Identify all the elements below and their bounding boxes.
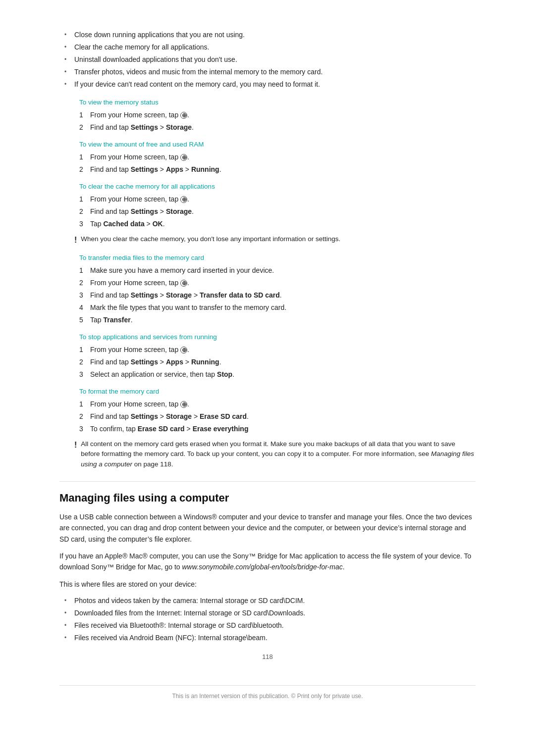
bullet-item: Close down running applications that you… <box>64 30 476 40</box>
step: 1 From your Home screen, tap ⊕. <box>79 110 476 120</box>
step: 1 From your Home screen, tap ⊕. <box>79 345 476 355</box>
section-format-card: To format the memory card 1 From your Ho… <box>59 388 476 469</box>
step: 4 Mark the file types that you want to t… <box>79 302 476 313</box>
warning-note: ! All content on the memory card gets er… <box>59 439 476 469</box>
section-view-ram: To view the amount of free and used RAM … <box>59 141 476 175</box>
bullet-item: Clear the cache memory for all applicati… <box>64 42 476 52</box>
body-paragraph: Use a USB cable connection between a Win… <box>59 511 476 545</box>
storage-bullet: Photos and videos taken by the camera: I… <box>64 596 476 606</box>
bullet-item: Uninstall downloaded applications that y… <box>64 54 476 65</box>
step: 2 Find and tap Settings > Apps > Running… <box>79 164 476 175</box>
step: 2 Find and tap Settings > Storage > Eras… <box>79 411 476 422</box>
section-heading: To view the amount of free and used RAM <box>59 141 476 148</box>
step: 2 Find and tap Settings > Apps > Running… <box>79 357 476 367</box>
steps-list: 1 From your Home screen, tap ⊕. 2 Find a… <box>59 345 476 380</box>
storage-bullet: Downloaded files from the Internet: Inte… <box>64 608 476 618</box>
step: 1 From your Home screen, tap ⊕. <box>79 152 476 162</box>
warning-text: When you clear the cache memory, you don… <box>81 234 340 244</box>
body-paragraph: If you have an Apple® Mac® computer, you… <box>59 551 476 573</box>
steps-list: 1 From your Home screen, tap ⊕. 2 Find a… <box>59 152 476 175</box>
section-clear-cache: To clear the cache memory for all applic… <box>59 183 476 246</box>
storage-bullet: Files received via Bluetooth®: Internal … <box>64 620 476 631</box>
section-transfer-media: To transfer media files to the memory ca… <box>59 254 476 325</box>
intro-bullet-list: Close down running applications that you… <box>59 30 476 90</box>
body-paragraph: This is where files are stored on your d… <box>59 579 476 590</box>
steps-list: 1 From your Home screen, tap ⊕. 2 Find a… <box>59 194 476 229</box>
section-heading: To stop applications and services from r… <box>59 333 476 341</box>
step: 3 Select an application or service, then… <box>79 369 476 380</box>
section-heading: To clear the cache memory for all applic… <box>59 183 476 190</box>
step: 3 Find and tap Settings > Storage > Tran… <box>79 290 476 301</box>
footer-text: This is an Internet version of this publ… <box>59 685 476 700</box>
section-view-memory-status: To view the memory status 1 From your Ho… <box>59 99 476 133</box>
page-content: Close down running applications that you… <box>0 0 535 739</box>
warning-icon: ! <box>74 439 77 451</box>
page-number: 118 <box>59 653 476 660</box>
bullet-item: If your device can't read content on the… <box>64 79 476 90</box>
step: 1 From your Home screen, tap ⊕. <box>79 194 476 204</box>
step: 5 Tap Transfer. <box>79 315 476 325</box>
steps-list: 1 From your Home screen, tap ⊕. 2 Find a… <box>59 110 476 133</box>
step: 3 To confirm, tap Erase SD card > Erase … <box>79 424 476 434</box>
section-stop-apps: To stop applications and services from r… <box>59 333 476 380</box>
steps-list: 1 Make sure you have a memory card inser… <box>59 265 476 325</box>
bullet-item: Transfer photos, videos and music from t… <box>64 67 476 77</box>
steps-list: 1 From your Home screen, tap ⊕. 2 Find a… <box>59 399 476 434</box>
storage-location-list: Photos and videos taken by the camera: I… <box>59 596 476 643</box>
warning-text: All content on the memory card gets eras… <box>81 439 476 469</box>
step: 2 Find and tap Settings > Storage. <box>79 206 476 217</box>
section-heading: To transfer media files to the memory ca… <box>59 254 476 261</box>
storage-bullet: Files received via Android Beam (NFC): I… <box>64 633 476 643</box>
step: 1 From your Home screen, tap ⊕. <box>79 399 476 409</box>
section-divider <box>59 481 476 482</box>
step: 2 From your Home screen, tap ⊕. <box>79 278 476 288</box>
step: 2 Find and tap Settings > Storage. <box>79 122 476 133</box>
section-heading: To format the memory card <box>59 388 476 395</box>
warning-note: ! When you clear the cache memory, you d… <box>59 234 476 246</box>
main-section-heading: Managing files using a computer <box>59 492 476 504</box>
section-heading: To view the memory status <box>59 99 476 106</box>
step: 3 Tap Cached data > OK. <box>79 219 476 229</box>
step: 1 Make sure you have a memory card inser… <box>79 265 476 276</box>
warning-icon: ! <box>74 234 77 246</box>
managing-files-section: Managing files using a computer Use a US… <box>59 492 476 643</box>
